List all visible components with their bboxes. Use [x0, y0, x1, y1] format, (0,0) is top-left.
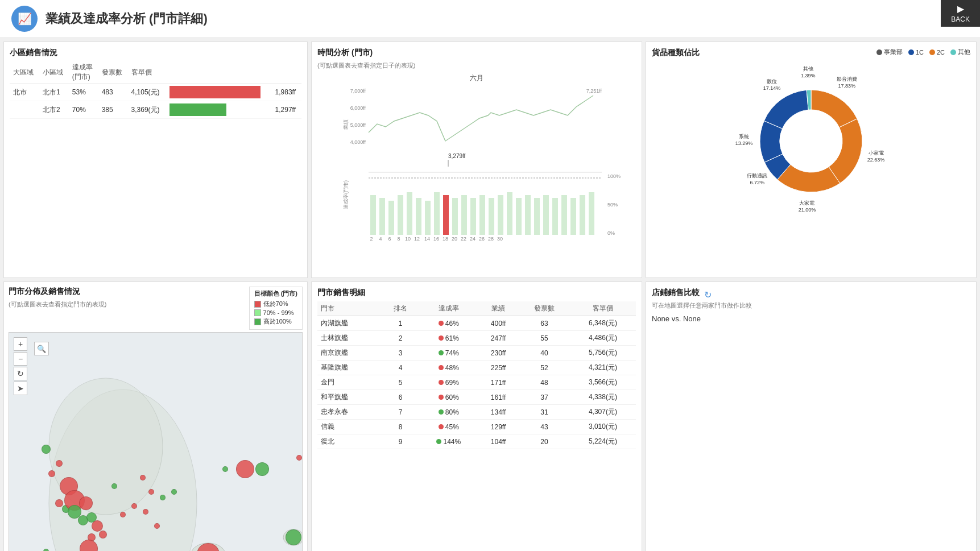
svg-text:22: 22: [461, 236, 466, 242]
store-table-row[interactable]: 復北 9 144% 104ff 20 5,224(元): [317, 434, 636, 449]
cat-legend-item: 2C: [929, 48, 945, 56]
store-table-row[interactable]: 信義 8 45% 129ff 43 3,010(元): [317, 420, 636, 434]
cell-unit: 5,756(元): [570, 346, 636, 361]
svg-text:14: 14: [424, 236, 430, 242]
cell-invoices: 483: [98, 84, 128, 101]
cell-store: 忠孝永春: [317, 405, 381, 420]
map-compass[interactable]: ➤: [14, 382, 27, 395]
back-button[interactable]: ▶ BACK: [941, 0, 980, 27]
cell-sub: 北市1: [39, 84, 69, 101]
svg-text:4,000ff: 4,000ff: [350, 139, 366, 145]
cell-unit: 4,486(元): [570, 331, 636, 346]
map-zoom-out[interactable]: −: [14, 352, 27, 366]
cell-sales: 134ff: [478, 405, 519, 420]
cat-dot: [950, 49, 956, 55]
svg-rect-21: [416, 198, 421, 235]
cat-legend-item: 事業部: [876, 48, 903, 56]
store-table-row[interactable]: 士林旗艦 2 61% 247ff 55 4,486(元): [317, 331, 636, 346]
map-legend-item: 70% - 99%: [254, 309, 297, 316]
cat-label: 1C: [916, 49, 924, 56]
svg-rect-30: [498, 195, 503, 235]
store-table-row[interactable]: 金門 5 69% 171ff 48 3,566(元): [317, 375, 636, 390]
cell-unit: 6,348(元): [570, 316, 636, 331]
panel-category: 貨品種類佔比 事業部1C2C其他 影音消費17.83%小家電22.63%大家電2…: [646, 42, 977, 278]
store-table-row[interactable]: 和平旗艦 6 60% 161ff 37 4,338(元): [317, 390, 636, 405]
svg-text:0%: 0%: [607, 230, 615, 236]
sales-table: 大區域 小區域 達成率(門市) 發票數 客單價 北市 北市1 53% 483 4…: [10, 61, 301, 119]
cell-store: 南京旗艦: [317, 346, 381, 361]
svg-text:6.72%: 6.72%: [750, 180, 765, 185]
map-subtitle: (可點選圖表去查看指定門市的表現): [9, 300, 106, 309]
cat-legend-item: 1C: [908, 48, 924, 56]
col-sub: 小區域: [39, 61, 69, 84]
svg-text:16: 16: [433, 236, 439, 242]
svg-text:8: 8: [397, 236, 400, 242]
svg-text:10: 10: [405, 236, 411, 242]
cell-rate: 48%: [420, 361, 478, 375]
col-unit: 客單價: [570, 301, 636, 316]
time-chart[interactable]: 7,000ff 6,000ff 5,000ff 4,000ff 7,251ff …: [317, 84, 636, 272]
map-search[interactable]: 🔍: [34, 342, 49, 355]
sales-area-title: 小區銷售情況: [10, 48, 301, 58]
cell-unit: 4,307(元): [570, 405, 636, 420]
map-container[interactable]: 🔍 + − ↻ ➤ 金門金門山外 © 2021 Mapbox © OpenStr…: [9, 332, 303, 551]
svg-text:50%: 50%: [607, 202, 618, 208]
cat-dot: [876, 49, 882, 55]
cell-rate: 80%: [420, 405, 478, 420]
svg-text:系統: 系統: [739, 134, 749, 139]
svg-text:3,279ff: 3,279ff: [448, 153, 466, 159]
col-store: 門市: [317, 301, 381, 316]
cell-rank: 6: [381, 390, 419, 405]
cell-unit: 4,105(元): [128, 84, 166, 101]
store-table-row[interactable]: 基隆旗艦 4 48% 225ff 52 4,321(元): [317, 361, 636, 375]
col-invoices: 發票數: [98, 61, 128, 84]
svg-text:數位: 數位: [767, 78, 777, 84]
cell-rate: 61%: [420, 331, 478, 346]
store-table: 門市 排名 達成率 業績 發票數 客單價 內湖旗艦 1 46% 400ff 63…: [317, 301, 636, 452]
svg-rect-37: [561, 195, 567, 235]
cell-rank: 10: [381, 449, 419, 453]
store-table-row[interactable]: 內湖旗艦 1 46% 400ff 63 6,348(元): [317, 316, 636, 331]
map-zoom-in[interactable]: +: [14, 337, 27, 351]
svg-rect-18: [388, 201, 394, 235]
store-table-row[interactable]: 南京 10 103% 100ff 30 3,338(元): [317, 449, 636, 453]
svg-text:7,251ff: 7,251ff: [586, 88, 602, 94]
cell-invoices: 20: [519, 434, 570, 449]
donut-segment[interactable]: [829, 119, 862, 183]
store-detail-scroll[interactable]: 門市 排名 達成率 業績 發票數 客單價 內湖旗艦 1 46% 400ff 63…: [317, 301, 636, 452]
map-rotate[interactable]: ↻: [14, 367, 27, 380]
svg-text:業績: 業績: [343, 119, 349, 130]
donut-chart-area: 影音消費17.83%小家電22.63%大家電21.00%行動通訊6.72%系統1…: [652, 61, 970, 221]
time-chart-svg: 7,000ff 6,000ff 5,000ff 4,000ff 7,251ff …: [317, 84, 636, 266]
svg-text:21.00%: 21.00%: [799, 207, 816, 213]
donut-label: 數位17.14%: [763, 78, 781, 91]
cell-rate: 103%: [420, 449, 478, 453]
svg-rect-38: [570, 198, 576, 235]
svg-text:6: 6: [388, 236, 391, 242]
cell-sales: 225ff: [478, 361, 519, 375]
cell-rate: 60%: [420, 390, 478, 405]
svg-text:22.63%: 22.63%: [867, 157, 885, 163]
cell-region: 北市: [10, 84, 39, 101]
panel-store-detail: 門市銷售明細 門市 排名 達成率 業績 發票數 客單價 內湖旗艦 1 46%: [311, 281, 642, 551]
svg-rect-25: [452, 198, 458, 235]
svg-text:2: 2: [370, 236, 373, 242]
col-sales: 業績: [478, 301, 519, 316]
refresh-icon[interactable]: ↻: [704, 289, 712, 300]
cell-invoices: 31: [519, 405, 570, 420]
time-subtitle: (可點選圖表去查看指定日子的表現): [317, 61, 636, 70]
map-controls: 🔍 + − ↻ ➤: [14, 337, 27, 395]
cell-sub: 北市2: [39, 101, 69, 119]
donut-segment[interactable]: [764, 90, 808, 129]
cell-rate: 53%: [69, 84, 98, 101]
cell-sales: 100ff: [478, 449, 519, 453]
donut-label: 其他1.39%: [801, 66, 816, 78]
map-legend-title: 目標顏色 (門市): [254, 289, 297, 298]
svg-text:26: 26: [479, 236, 485, 242]
sales-table-row[interactable]: 北市2 70% 385 3,369(元) 1,297ff: [10, 101, 301, 119]
cell-unit: 3,566(元): [570, 375, 636, 390]
store-table-row[interactable]: 忠孝永春 7 80% 134ff 31 4,307(元): [317, 405, 636, 420]
sales-table-row[interactable]: 北市 北市1 53% 483 4,105(元) 1,983ff: [10, 84, 301, 101]
store-table-row[interactable]: 南京旗艦 3 74% 230ff 40 5,756(元): [317, 346, 636, 361]
panel-time: 時間分析 (門市) (可點選圖表去查看指定日子的表現) 六月 7,000ff 6…: [311, 42, 642, 278]
